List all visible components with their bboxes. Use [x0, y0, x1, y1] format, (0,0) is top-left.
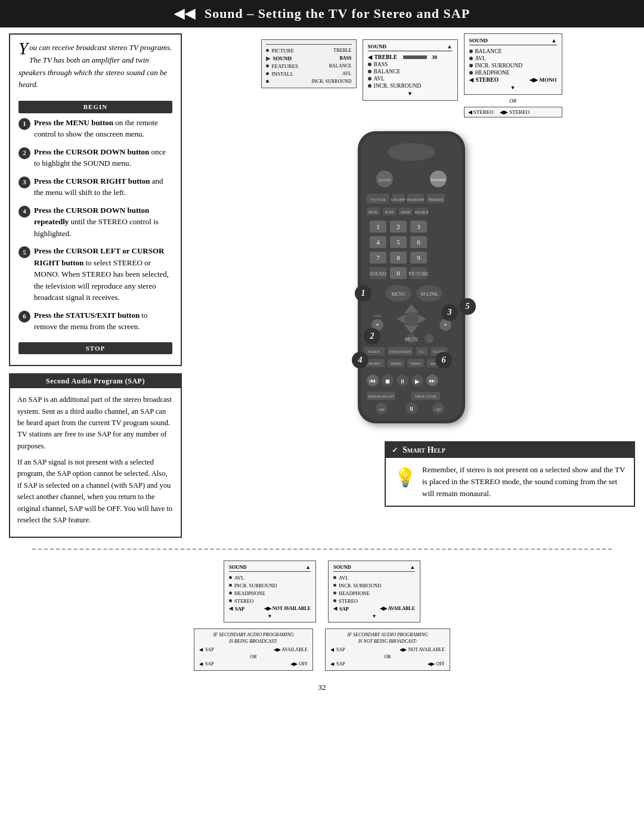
screen2-balance: BALANCE: [469, 48, 557, 55]
screen2-stereo: ◀ STEREO ◀▶ MONO: [469, 76, 557, 83]
menu-sub-bass: BASS: [339, 55, 351, 61]
screen1-treble: ◀ TREBLE 30: [368, 54, 453, 61]
caption-right-val1: ◀▶ NOT AVAILABLE: [400, 647, 445, 652]
sap-row-headphone-1: HEADPHONE: [229, 589, 311, 597]
svg-text:MENU: MENU: [391, 292, 405, 297]
smart-help-content: 💡 Remember, if stereo is not present on …: [386, 458, 634, 506]
svg-text:CH: CH: [442, 314, 448, 318]
screen2-arrow-down: ▼: [469, 85, 557, 91]
svg-text:HOME: HOME: [391, 362, 401, 366]
center-column: PICTURE TREBLE ▶ SOUND BASS FEATURES BAL…: [188, 33, 635, 538]
svg-text:SLEEP: SLEEP: [379, 178, 391, 182]
stop-badge: STOP: [18, 342, 172, 355]
dot-icon: [266, 80, 269, 83]
sap-screen-available-title: SOUND ▲: [333, 564, 415, 572]
sap-row-avl-1: AVL: [229, 574, 311, 581]
caption-left-title: IF SECONDARY AUDIO PROGRAMINGIS BEING BR…: [199, 632, 308, 645]
sap-title: Second Audio Program (SAP): [10, 374, 181, 388]
svg-text:4: 4: [376, 239, 380, 246]
svg-text:FREEZE: FREEZE: [428, 197, 444, 202]
step-1-num: 1: [18, 118, 30, 130]
screen2-surround: INCR. SURROUND: [469, 62, 557, 69]
sound-screen-1: SOUND ▲ ◀ TREBLE 30 BASS BALANCE: [363, 39, 458, 101]
sap-row-stereo-2: STEREO: [333, 597, 415, 605]
step-2-num: 2: [18, 147, 30, 159]
caption-being-broadcast: IF SECONDARY AUDIO PROGRAMINGIS BEING BR…: [194, 628, 313, 671]
svg-text:OK: OK: [379, 407, 385, 412]
bullet-icon: [229, 592, 232, 594]
main-menu-screen: PICTURE TREBLE ▶ SOUND BASS FEATURES BAL…: [261, 39, 357, 88]
sap-row-surround-2: INCR. SURROUND: [333, 581, 415, 589]
step-5-num: 5: [18, 246, 30, 258]
svg-point-55: [404, 312, 419, 326]
step-3-text: Press the CURSOR RIGHT button and the me…: [34, 175, 172, 199]
svg-text:⏸: ⏸: [408, 405, 414, 412]
tri-icon: ◀: [199, 661, 203, 667]
caption-right-row1: ◀ SAP ◀▶ NOT AVAILABLE: [330, 646, 445, 653]
svg-text:◁▷: ◁▷: [435, 407, 442, 412]
step-5: 5 Press the CURSOR LEFT or CURSOR RIGHT …: [18, 245, 172, 304]
caption-left-row2: ◀ SAP ◀▶ OFF: [199, 661, 308, 667]
checkmark-icon: ✓: [392, 446, 398, 455]
caption-right-title: IF SECONDARY AUDIO PROGRAMINGIS NOT BEIN…: [330, 632, 445, 645]
step-4: 4 Press the CURSOR DOWN button repeatedl…: [18, 205, 172, 240]
sap-val-1: ◀▶ NOT AVAILABLE: [264, 606, 311, 611]
arrow-icon: ▶: [266, 55, 270, 61]
svg-text:PROGRAM LIST: PROGRAM LIST: [368, 395, 394, 398]
menu-sub-avl: AVL: [342, 71, 351, 76]
step-5-text: Press the CURSOR LEFT or CURSOR RIGHT bu…: [34, 245, 172, 304]
svg-text:SWAP: SWAP: [401, 210, 411, 214]
caption-right-or: OR: [330, 654, 445, 659]
bullet-icon: [333, 592, 336, 594]
dot-icon: [266, 72, 269, 75]
svg-text:⏭: ⏭: [429, 377, 435, 384]
screen1-surround: INCR. SURROUND: [368, 82, 453, 89]
page-number: 32: [0, 677, 644, 698]
menu-row-install: INSTALL AVL: [266, 70, 352, 78]
screen1-arrow-down: ▼: [368, 91, 453, 97]
svg-text:5: 5: [397, 239, 400, 246]
header-icon: ◀◀: [174, 6, 196, 21]
menu-row-sound: ▶ SOUND BASS: [266, 54, 352, 62]
smart-help-title: ✓ Smart Help: [386, 442, 634, 458]
step-4-num: 4: [18, 206, 30, 218]
svg-text:6: 6: [417, 239, 420, 246]
bullet-icon: [469, 57, 473, 60]
svg-text:—: —: [427, 337, 432, 342]
menu-item-features: FEATURES: [272, 63, 299, 69]
remote-svg: SLEEP POWER TV/VCR ON/OFF POSTION FREEZE…: [340, 125, 483, 435]
caption-right-val2: ◀▶ OFF: [428, 661, 445, 667]
svg-text:SOURCE: SOURCE: [414, 210, 429, 214]
svg-text:ON/OFF: ON/OFF: [391, 197, 406, 202]
screen2-arrow-up: ▲: [552, 38, 557, 44]
instructions-box: You can receive broadcast stereo TV prog…: [9, 33, 182, 366]
step-1-text: Press the MENU button on the remote cont…: [34, 117, 172, 140]
svg-point-2: [388, 143, 435, 161]
sap-row-surround-1: INCR. SURROUND: [229, 581, 311, 589]
menu-sub-surround: INCR. SURROUND: [311, 79, 351, 84]
main-content: You can receive broadcast stereo TV prog…: [0, 27, 644, 544]
caption-left-row1: ◀ SAP ◀▶ AVAILABLE: [199, 646, 308, 653]
svg-text:2: 2: [397, 223, 400, 230]
menu-sub-treble: TREBLE: [333, 48, 351, 53]
sap-screen-not-available-title: SOUND ▲: [229, 564, 311, 572]
svg-text:SURCE: SURCE: [368, 350, 380, 354]
bullet-icon: [229, 576, 232, 579]
bullet-icon: [333, 584, 336, 587]
intro-body: ou can receive broadcast stereo TV progr…: [18, 43, 172, 89]
svg-text:MOVIES: MOVIES: [430, 362, 444, 366]
arrow-left-icon: ◀: [469, 77, 473, 83]
bullet-icon: [368, 63, 371, 66]
step-6: 6 Press the STATUS/EXIT button to remove…: [18, 309, 172, 333]
svg-text:OPEN CLOSE: OPEN CLOSE: [415, 395, 437, 398]
sap-row-sap-1: ◀ SAP ◀▶ NOT AVAILABLE: [229, 605, 311, 612]
bullet-icon: [368, 77, 371, 80]
sap-screen-not-available: SOUND ▲ AVL INCR. SURROUND HEADPHONE STE…: [224, 561, 316, 623]
tri-icon: ◀: [333, 606, 337, 611]
sap-screen-available: SOUND ▲ AVL INCR. SURROUND HEADPHONE STE…: [328, 561, 420, 623]
svg-text:CC: CC: [419, 350, 424, 354]
svg-text:3: 3: [417, 223, 420, 230]
screen2-alt: ◀ STEREO ◀▶ STEREO: [464, 107, 562, 117]
page-title: Sound – Setting the TV for Stereo and SA…: [205, 6, 470, 21]
svg-text:7: 7: [376, 254, 380, 261]
